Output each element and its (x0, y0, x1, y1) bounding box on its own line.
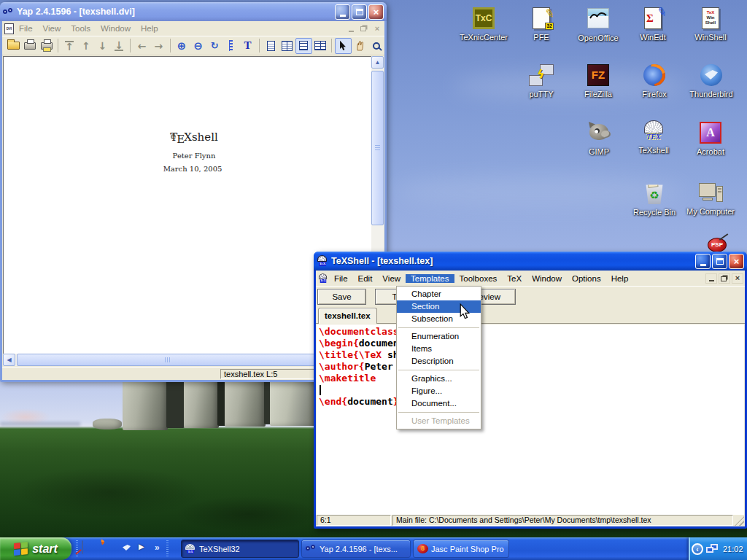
templates-menu-item-document[interactable]: Document... (397, 397, 481, 410)
desktop-icon-winedt[interactable]: Σ✎WinEdt (624, 6, 681, 42)
dvi-document-icon: DVI (4, 23, 14, 34)
desktop-icon-gimp[interactable]: GIMP (570, 120, 627, 156)
desktop-icon-recyclebin[interactable]: ♻Recycle Bin (626, 181, 683, 217)
templates-menu-item-chapter[interactable]: Chapter (397, 288, 481, 300)
quicklaunch-show-desktop[interactable] (82, 541, 97, 556)
mdi-restore-button[interactable] (719, 273, 730, 284)
taskbar-button-psp[interactable]: 8Jasc Paint Shop Pro (413, 540, 509, 558)
desktop-icon-texshell[interactable]: TEXTeXshell (625, 120, 682, 155)
winedt-icon: Σ✎ (640, 7, 665, 32)
back-button[interactable]: ← (133, 38, 150, 54)
mdi-close-button[interactable]: × (732, 273, 743, 284)
dvi-doc-author: Peter Flynn (147, 152, 241, 160)
yap-menu-window[interactable]: Window (96, 24, 136, 33)
page-continuous-button[interactable] (295, 38, 312, 54)
scroll-up-button[interactable]: ▲ (371, 56, 384, 69)
forward-button[interactable]: → (150, 38, 167, 54)
yap-menu-tools[interactable]: Tools (66, 24, 96, 33)
templates-menu-item-description[interactable]: Description (397, 355, 481, 368)
texshell-menu-window[interactable]: Window (527, 274, 567, 283)
pointer-tool-button[interactable] (335, 38, 352, 54)
maximize-button[interactable] (352, 4, 367, 20)
texshell-menu-templates[interactable]: Templates (406, 274, 454, 283)
editor-line: \begin{document} (319, 338, 744, 349)
mdi-restore-button[interactable] (358, 23, 370, 34)
templates-menu-item-figure[interactable]: Figure... (397, 385, 481, 397)
refresh-button[interactable]: ↻ (206, 38, 223, 54)
tray-collapse-chevron[interactable]: ‹ (692, 543, 703, 555)
start-button[interactable]: start (0, 537, 71, 560)
mycomputer-icon (698, 182, 723, 206)
close-button[interactable]: × (368, 4, 384, 20)
magnifier-tool-button[interactable] (368, 38, 384, 54)
desktop-icon-filezilla[interactable]: FZFileZilla (570, 63, 627, 98)
save-button[interactable]: Save (317, 289, 366, 305)
page-facing-icon (282, 41, 293, 51)
print-button[interactable] (22, 38, 39, 54)
yap-titlebar[interactable]: Yap 2.4.1596 - [texshell.dvi] × (0, 2, 387, 21)
desktop-icon-texniccenter[interactable]: TxCTeXnicCenter (455, 6, 512, 42)
desktop-icon-openoffice[interactable]: OpenOffice (570, 6, 627, 42)
zoom-out-button[interactable]: ⊖ (190, 38, 206, 54)
minimize-button[interactable] (335, 4, 350, 20)
templates-menu-item-graphics[interactable]: Graphics... (397, 373, 481, 385)
taskbar-button-texshell[interactable]: TeXTeXShell32 (181, 540, 299, 558)
editor-line: \author{Peter Flynn} (319, 361, 744, 373)
prev-page-button[interactable]: ↑ (77, 38, 94, 54)
openoffice-icon (586, 8, 611, 33)
yap-menu-file[interactable]: File (14, 24, 38, 33)
page-continuous-facing-button[interactable] (312, 38, 329, 54)
taskbar-button-yap[interactable]: Yap 2.4.1596 - [texs... (301, 540, 411, 558)
editor-line: \maketitle (319, 373, 744, 384)
tex-source-editor[interactable]: \documentclass{article}\begin{document}\… (317, 324, 744, 515)
text-select-button[interactable]: T (239, 38, 256, 54)
quicklaunch-thunderbird[interactable] (120, 541, 135, 556)
desktop-icon-label: Acrobat (682, 147, 739, 156)
print-preview-button[interactable] (38, 38, 55, 54)
quicklaunch-firefox[interactable] (101, 541, 116, 556)
templates-menu-item-items[interactable]: Items (397, 343, 481, 355)
toolbar-separator (331, 39, 332, 52)
texshell-menu-file[interactable]: File (329, 274, 353, 283)
mdi-close-button[interactable]: × (371, 23, 383, 34)
page-facing-button[interactable] (279, 38, 295, 54)
mdi-minimize-button[interactable] (345, 23, 357, 34)
scroll-left-button[interactable]: ◀ (3, 354, 15, 366)
horizontal-scroll-thumb[interactable] (17, 354, 319, 366)
mdi-minimize-button[interactable] (705, 273, 717, 284)
network-tray-icon[interactable] (706, 543, 719, 555)
texshell-menu-toolboxes[interactable]: Toolboxes (454, 274, 503, 283)
desktop-icon-putty[interactable]: ϟpuTTY (513, 63, 570, 98)
texshell-menu-view[interactable]: View (377, 274, 406, 283)
zoom-in-button[interactable]: ⊕ (174, 38, 190, 54)
minimize-button[interactable] (695, 254, 711, 269)
yap-menu-view[interactable]: View (38, 24, 66, 33)
tab-texshell-tex[interactable]: texshell.tex (318, 308, 377, 324)
desktop-icon-thunderbird[interactable]: Thunderbird (683, 63, 740, 98)
hand-tool-button[interactable] (352, 38, 368, 54)
texshell-menu-tex[interactable]: TeX (502, 274, 527, 283)
quicklaunch-media-player[interactable]: ▶ (139, 541, 154, 556)
maximize-button[interactable] (712, 254, 727, 269)
desktop-icon-pfe[interactable]: ✎32PFE (513, 6, 570, 42)
next-page-button[interactable]: ↓ (94, 38, 111, 54)
desktop-icon-mycomputer[interactable]: My Computer (682, 181, 739, 216)
desktop-icon-winshell[interactable]: TeXWinShellWinShell (682, 6, 739, 42)
ruler-button[interactable] (222, 38, 239, 54)
templates-menu-item-enumeration[interactable]: Enumeration (397, 330, 481, 343)
resize-grip[interactable] (735, 516, 744, 526)
close-button[interactable]: × (729, 254, 744, 269)
texshell-menu-edit[interactable]: Edit (353, 274, 378, 283)
texshell-titlebar[interactable]: TeX TeXShell - [texshell.tex] × (314, 252, 747, 271)
desktop-icon-firefox[interactable]: Firefox (626, 63, 683, 98)
page-single-button[interactable] (263, 38, 279, 54)
open-button[interactable] (5, 38, 22, 54)
quick-launch-chevron[interactable]: » (155, 540, 160, 555)
desktop-icon-acrobat[interactable]: AAcrobat (682, 120, 739, 156)
yap-menu-help[interactable]: Help (136, 24, 163, 33)
texshell-menu-options[interactable]: Options (567, 274, 606, 283)
first-page-button[interactable]: ↑ (61, 38, 78, 54)
texshell-menu-help[interactable]: Help (606, 274, 634, 283)
last-page-button[interactable]: ↓ (111, 38, 128, 54)
vertical-scroll-thumb[interactable] (371, 71, 384, 225)
